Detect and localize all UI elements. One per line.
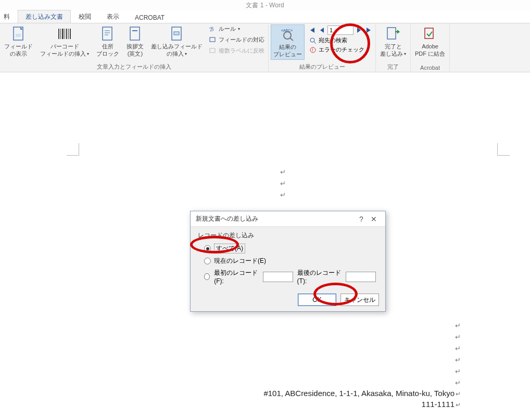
chevron-down-icon: ▾ <box>185 52 187 57</box>
match-fields-icon <box>209 36 217 44</box>
ok-button[interactable]: OK <box>298 294 336 306</box>
group-label-finish: 完了 <box>378 62 408 71</box>
record-number-input[interactable] <box>327 26 354 35</box>
update-labels-icon <box>209 47 217 55</box>
update-labels-button: 複数ラベルに反映 <box>208 46 266 55</box>
document-lines-icon <box>99 26 116 42</box>
radio-icon <box>204 273 210 280</box>
preview-results-button[interactable]: «ABC» 結果の プレビュー <box>271 24 305 60</box>
svg-rect-9 <box>103 27 112 40</box>
address-block-button[interactable]: 住所 ブロック <box>94 24 121 59</box>
radio-label: 現在のレコード(E) <box>214 257 266 265</box>
label: 宛先の検索 <box>319 36 347 44</box>
ribbon: フィールド の表示 バーコード フィールドの挿入▾ <box>0 23 530 72</box>
barcode-icon <box>56 26 73 42</box>
label: 挨拶文 <box>127 43 144 50</box>
svg-rect-28 <box>425 28 433 39</box>
label: フィールドの挿入 <box>40 50 86 58</box>
svg-text:ℬ: ℬ <box>209 26 214 32</box>
dialog-group-label: レコードの差し込み <box>198 231 378 240</box>
label: 差し込み <box>380 50 403 58</box>
svg-rect-19 <box>210 48 215 53</box>
next-record-button[interactable] <box>355 26 363 34</box>
tab-partial[interactable]: 料 <box>0 10 18 23</box>
check-errors-button[interactable]: ! エラーのチェック <box>308 46 373 54</box>
svg-rect-4 <box>62 29 64 39</box>
tab-view[interactable]: 表示 <box>99 10 127 23</box>
help-button[interactable]: ? <box>355 215 368 223</box>
document-field-icon <box>169 26 185 42</box>
search-icon <box>309 37 317 44</box>
insert-merge-field-button[interactable]: 差し込みフィールド の挿入▾ <box>149 24 205 59</box>
ribbon-tabs: 料 差し込み文書 校閲 表示 ACROBAT <box>0 10 530 23</box>
last-record-button[interactable] <box>365 26 373 34</box>
document-icon <box>10 26 27 42</box>
label: Adobe <box>422 43 438 50</box>
greeting-line-button[interactable]: 挨拶文 (英文) <box>124 24 146 59</box>
label: 住所 <box>102 43 113 50</box>
merge-to-new-document-dialog: 新規文書への差し込み ? ✕ レコードの差し込み すべて(A) 現在のレコード(… <box>190 211 386 312</box>
group-label-acrobat: Acrobat <box>413 64 447 71</box>
tab-mailings[interactable]: 差し込み文書 <box>18 10 71 23</box>
radio-label: すべて(A) <box>214 244 245 253</box>
page-corner <box>497 143 510 156</box>
magnifier-abc-icon: «ABC» <box>280 26 296 43</box>
merge-to-pdf-button[interactable]: Adobe PDF に結合 <box>413 24 447 59</box>
window-title: 文書 1 - Word <box>0 0 530 10</box>
label: 複数ラベルに反映 <box>219 47 264 55</box>
cancel-button[interactable]: キャンセル <box>340 294 379 306</box>
label: フィールドの対応 <box>219 36 264 44</box>
label: ルール <box>219 25 236 33</box>
label: プレビュー <box>273 51 302 58</box>
to-record-input[interactable] <box>346 272 376 282</box>
chevron-down-icon: ▾ <box>404 52 406 57</box>
label: 結果の <box>279 44 296 51</box>
svg-rect-13 <box>130 27 140 40</box>
rules-icon: ℬ <box>209 26 217 33</box>
highlight-merge-fields-button[interactable]: フィールド の表示 <box>2 24 35 59</box>
rules-button[interactable]: ℬ ルール ▾ <box>208 24 266 33</box>
chevron-down-icon: ▾ <box>238 27 240 31</box>
finish-merge-button[interactable]: 完了と 差し込み▾ <box>378 24 408 59</box>
label: ブロック <box>96 50 119 58</box>
svg-point-21 <box>284 32 291 39</box>
tab-review[interactable]: 校閲 <box>71 10 99 23</box>
label: (英文) <box>128 50 143 58</box>
close-button[interactable]: ✕ <box>368 215 380 223</box>
chevron-down-icon: ▾ <box>87 52 89 57</box>
svg-rect-1 <box>16 34 21 37</box>
svg-rect-6 <box>66 29 67 39</box>
svg-rect-5 <box>65 29 65 39</box>
pdf-icon <box>422 26 438 42</box>
svg-rect-3 <box>60 29 61 39</box>
svg-rect-16 <box>174 32 179 35</box>
label: の挿入 <box>167 50 184 58</box>
barcode-field-button[interactable]: バーコード フィールドの挿入▾ <box>38 24 91 59</box>
group-label-write-insert: 文章入力とフィールドの挿入 <box>2 62 266 71</box>
radio-icon <box>204 258 211 264</box>
svg-rect-2 <box>58 29 59 39</box>
radio-all[interactable]: すべて(A) <box>198 242 378 255</box>
svg-text:!: ! <box>312 47 313 53</box>
tab-acrobat[interactable]: ACROBAT <box>127 11 172 23</box>
to-label: 最後のレコード(T): <box>297 269 342 285</box>
svg-rect-18 <box>210 37 215 42</box>
first-record-button[interactable] <box>308 26 316 34</box>
error-check-icon: ! <box>309 46 317 54</box>
label: エラーのチェック <box>319 46 364 54</box>
find-recipient-button[interactable]: 宛先の検索 <box>308 36 373 44</box>
label: PDF に結合 <box>415 50 445 58</box>
label: の表示 <box>10 50 27 58</box>
svg-point-23 <box>310 38 314 42</box>
from-record-input[interactable] <box>263 272 293 282</box>
group-label-preview: 結果のプレビュー <box>271 62 373 71</box>
prev-record-button[interactable] <box>318 26 326 34</box>
radio-current[interactable]: 現在のレコード(E) <box>198 255 378 267</box>
svg-rect-7 <box>68 29 69 39</box>
paragraph-marks: ↵↵↵ <box>280 167 286 201</box>
from-label: 最初のレコード(F): <box>214 269 258 285</box>
label: 差し込みフィールド <box>151 43 203 50</box>
record-navigation <box>308 26 373 35</box>
match-fields-button[interactable]: フィールドの対応 <box>208 35 266 44</box>
svg-line-24 <box>314 42 316 44</box>
